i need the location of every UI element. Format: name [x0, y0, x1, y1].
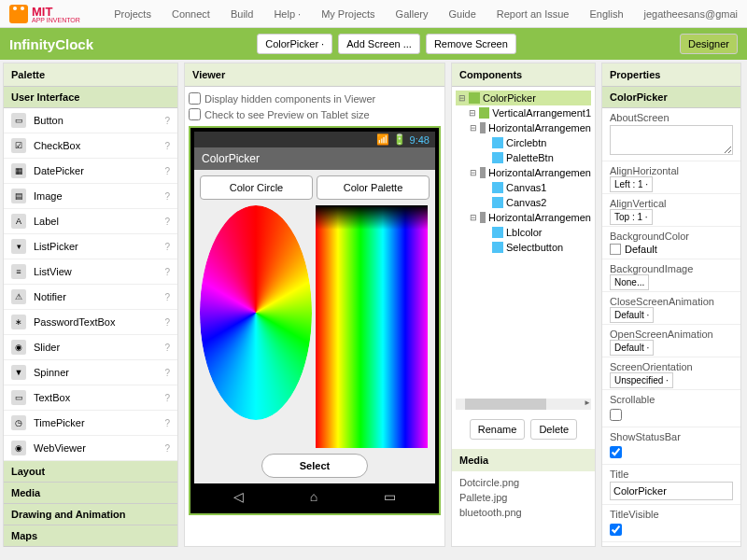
remove-screen-button[interactable]: Remove Screen	[426, 34, 516, 54]
tab-color-palette[interactable]: Color Palette	[317, 175, 430, 200]
palette-item[interactable]: ▦DatePicker?	[4, 159, 177, 184]
media-item[interactable]: bluetooth.png	[459, 505, 587, 520]
property-select[interactable]: Unspecified ·	[610, 372, 673, 388]
property-select[interactable]: Left : 1 ·	[610, 176, 653, 192]
palette-item[interactable]: ◷TimePicker?	[4, 411, 177, 436]
property-input[interactable]	[610, 482, 733, 500]
palette-item[interactable]: ≡ListView?	[4, 259, 177, 285]
designer-button[interactable]: Designer	[680, 34, 738, 54]
nav-item[interactable]: Gallery	[396, 8, 429, 20]
help-icon[interactable]: ?	[164, 116, 170, 126]
help-icon[interactable]: ?	[164, 368, 170, 378]
palette-item[interactable]: ◉Slider?	[4, 335, 177, 360]
palette-item-label: Notifier	[34, 291, 66, 302]
palette-item[interactable]: ◉WebViewer?	[4, 436, 177, 461]
tree-item[interactable]: Circlebtn	[456, 135, 591, 150]
property-checkbox[interactable]	[610, 409, 622, 421]
color-circle-canvas[interactable]	[200, 205, 312, 420]
palette-section-ui[interactable]: User Interface	[4, 87, 177, 108]
palette-section[interactable]: Drawing and Animation	[4, 504, 177, 525]
palette-section[interactable]: Layout	[4, 461, 177, 483]
nav-item[interactable]: My Projects	[321, 8, 374, 20]
component-icon	[492, 197, 503, 208]
expand-icon[interactable]: ⊟	[469, 108, 476, 118]
home-icon[interactable]: ⌂	[310, 489, 317, 504]
help-icon[interactable]: ?	[164, 418, 170, 428]
nav-item[interactable]: Build	[231, 8, 253, 20]
property-checkbox[interactable]	[610, 524, 622, 536]
help-icon[interactable]: ?	[164, 217, 170, 227]
palette-item[interactable]: ☑CheckBox?	[4, 133, 177, 159]
delete-button[interactable]: Delete	[530, 419, 577, 440]
components-panel: Components ⊟ColorPicker⊟VerticalArrangem…	[451, 63, 596, 547]
palette-item[interactable]: ∗PasswordTextBox?	[4, 310, 177, 335]
component-icon: A	[11, 214, 26, 229]
color-palette-canvas[interactable]	[316, 205, 428, 448]
display-hidden-checkbox[interactable]: Display hidden components in Viewer	[189, 91, 441, 106]
tablet-preview-checkbox[interactable]: Check to see Preview on Tablet size	[189, 106, 441, 122]
nav-item[interactable]: Guide	[448, 8, 475, 20]
palette-item[interactable]: ▭Button?	[4, 108, 177, 133]
nav-item[interactable]: Projects	[114, 8, 151, 20]
help-icon[interactable]: ?	[164, 267, 170, 277]
nav-item[interactable]: English	[589, 8, 623, 20]
help-icon[interactable]: ?	[164, 317, 170, 328]
tree-item[interactable]: ⊟HorizontalArrangemen	[456, 120, 591, 135]
help-icon[interactable]: ?	[164, 393, 170, 403]
property-select[interactable]: Top : 1 ·	[610, 209, 653, 225]
add-screen-button[interactable]: Add Screen ...	[338, 34, 420, 54]
property-color[interactable]: Default	[610, 244, 733, 255]
tree-item[interactable]: ⊟VerticalArrangement1	[456, 105, 591, 120]
palette-item[interactable]: ▾ListPicker?	[4, 234, 177, 259]
tree-item[interactable]: Lblcolor	[456, 225, 591, 240]
nav-item[interactable]: Help ·	[274, 8, 301, 20]
select-color-button[interactable]: Select	[261, 454, 368, 478]
horizontal-scrollbar[interactable]	[456, 399, 591, 410]
tree-item[interactable]: Canvas1	[456, 180, 591, 195]
tree-item[interactable]: ⊟HorizontalArrangemen	[456, 165, 591, 180]
help-icon[interactable]: ?	[164, 141, 170, 151]
component-icon	[492, 182, 503, 193]
tree-item[interactable]: ⊟HorizontalArrangemen	[456, 210, 591, 225]
media-item[interactable]: Pallete.jpg	[459, 490, 587, 505]
expand-icon[interactable]: ⊟	[470, 123, 477, 133]
property-select[interactable]: Default ·	[610, 340, 654, 356]
component-icon: ▭	[11, 390, 26, 405]
property-textarea[interactable]	[610, 125, 733, 155]
nav-item[interactable]: Report an Issue	[497, 8, 570, 20]
help-icon[interactable]: ?	[164, 242, 170, 252]
palette-item[interactable]: ⚠Notifier?	[4, 285, 177, 310]
palette-item[interactable]: ▭TextBox?	[4, 385, 177, 411]
phone-screen-title: ColorPicker	[194, 147, 435, 170]
property-select[interactable]: None...	[610, 274, 649, 290]
property-checkbox[interactable]	[610, 446, 622, 458]
expand-icon[interactable]: ⊟	[470, 213, 477, 222]
media-item[interactable]: Dotcircle.png	[459, 475, 587, 490]
help-icon[interactable]: ?	[164, 292, 170, 302]
expand-icon[interactable]: ⊟	[458, 93, 466, 103]
tree-item[interactable]: ⊟ColorPicker	[456, 91, 591, 105]
tree-item[interactable]: Canvas2	[456, 195, 591, 210]
nav-item[interactable]: jegatheesans@gmai	[644, 8, 738, 20]
palette-item[interactable]: ALabel?	[4, 209, 177, 234]
tab-color-circle[interactable]: Color Circle	[200, 175, 313, 200]
recent-icon[interactable]: ▭	[384, 489, 396, 504]
property-select[interactable]: Default ·	[610, 307, 654, 323]
nav-item[interactable]: Connect	[172, 8, 210, 20]
palette-item[interactable]: ▼Spinner?	[4, 360, 177, 385]
palette-section[interactable]: Media	[4, 483, 177, 504]
tree-item[interactable]: Selectbutton	[456, 240, 591, 255]
palette-section[interactable]: Maps	[4, 525, 177, 547]
palette-item[interactable]: ▤Image?	[4, 184, 177, 209]
help-icon[interactable]: ?	[164, 343, 170, 353]
back-icon[interactable]: ◁	[233, 489, 244, 504]
expand-icon[interactable]: ⊟	[470, 168, 477, 177]
rename-button[interactable]: Rename	[470, 419, 526, 440]
tree-item[interactable]: PaletteBtn	[456, 150, 591, 165]
help-icon[interactable]: ?	[164, 166, 170, 176]
tree-item-label: Circlebtn	[506, 137, 546, 148]
help-icon[interactable]: ?	[164, 443, 170, 454]
help-icon[interactable]: ?	[164, 191, 170, 202]
screen-dropdown[interactable]: ColorPicker ·	[257, 34, 332, 54]
property-label: BackgroundImage	[610, 263, 733, 274]
